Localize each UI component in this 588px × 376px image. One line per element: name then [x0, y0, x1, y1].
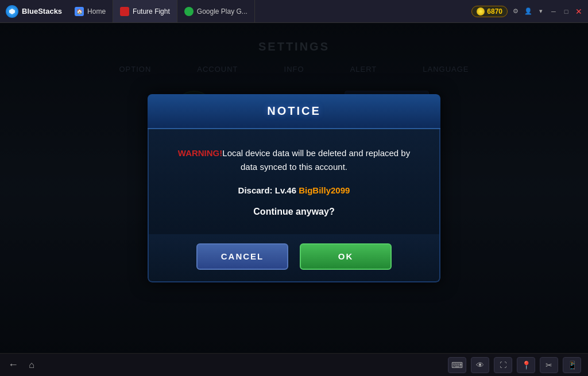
discard-prefix: Discard: Lv.46 — [238, 185, 299, 195]
warning-text: WARNING!Local device data will be delete… — [172, 146, 416, 174]
bluestacks-label: BlueStacks — [22, 7, 62, 15]
bluestacks-logo: BlueStacks — [0, 5, 68, 18]
maximize-button[interactable]: □ — [562, 7, 571, 16]
coins-badge: 6870 — [471, 6, 508, 17]
dialog-footer: CANCEL OK — [148, 234, 440, 282]
taskbar-right: ⌨ 👁 ⛶ 📍 ✂ 📱 — [448, 357, 581, 373]
dialog-body: WARNING!Local device data will be delete… — [148, 129, 440, 234]
tab-home[interactable]: 🏠 Home — [68, 0, 113, 22]
continue-text: Continue anyway? — [172, 207, 416, 217]
future-fight-tab-icon — [120, 7, 129, 16]
account-control[interactable]: 👤 — [524, 7, 533, 16]
warning-message: Local device data will be deleted and re… — [222, 148, 410, 172]
location-icon-button[interactable]: 📍 — [517, 357, 535, 373]
coins-value: 6870 — [487, 7, 502, 15]
dialog-overlay: NOTICE WARNING!Local device data will be… — [0, 23, 588, 353]
tab-future-fight[interactable]: Future Fight — [113, 0, 177, 22]
cancel-button[interactable]: CANCEL — [196, 243, 288, 270]
tab-future-fight-label: Future Fight — [133, 7, 170, 15]
phone-icon: 📱 — [567, 361, 577, 370]
tab-home-label: Home — [87, 7, 106, 15]
titlebar: BlueStacks 🏠 Home Future Fight Google Pl… — [0, 0, 588, 23]
fullscreen-icon-button[interactable]: ⛶ — [494, 357, 512, 373]
eye-icon: 👁 — [476, 361, 484, 370]
settings-control[interactable]: ⚙ — [511, 7, 520, 16]
fullscreen-icon: ⛶ — [500, 361, 506, 369]
back-arrow-icon: ← — [8, 359, 18, 371]
keyboard-icon: ⌨ — [451, 361, 463, 370]
tabs-area: 🏠 Home Future Fight Google Play G... — [68, 0, 467, 22]
scissors-icon: ✂ — [546, 361, 552, 370]
warning-label: WARNING! — [178, 148, 223, 158]
taskbar: ← ⌂ ⌨ 👁 ⛶ 📍 ✂ 📱 — [0, 353, 588, 376]
location-icon: 📍 — [521, 361, 531, 370]
coin-icon — [477, 7, 485, 15]
eye-icon-button[interactable]: 👁 — [471, 357, 489, 373]
home-tab-icon: 🏠 — [75, 7, 84, 16]
ok-button[interactable]: OK — [300, 243, 392, 270]
tab-google-play[interactable]: Google Play G... — [177, 0, 255, 22]
keyboard-icon-button[interactable]: ⌨ — [448, 357, 466, 373]
tab-google-play-label: Google Play G... — [197, 7, 247, 15]
bluestacks-icon — [6, 5, 18, 18]
notice-dialog: NOTICE WARNING!Local device data will be… — [148, 94, 440, 282]
home-shape-icon: ⌂ — [29, 360, 34, 370]
minimize-button[interactable]: ─ — [549, 7, 558, 16]
phone-icon-button[interactable]: 📱 — [563, 357, 581, 373]
menu-control[interactable]: ▾ — [536, 7, 546, 16]
scissors-icon-button[interactable]: ✂ — [540, 357, 558, 373]
close-button[interactable]: ✕ — [574, 7, 583, 16]
game-area: SETTINGS OPTION ACCOUNT INFO ALERT LANGU… — [0, 23, 588, 353]
discard-name: BigBilly2099 — [299, 185, 350, 195]
home-button[interactable]: ⌂ — [25, 359, 38, 371]
svg-marker-0 — [9, 9, 15, 14]
dialog-title: NOTICE — [267, 104, 321, 117]
titlebar-right: 6870 ⚙ 👤 ▾ ─ □ ✕ — [467, 6, 588, 17]
dialog-header: NOTICE — [148, 94, 440, 129]
back-button[interactable]: ← — [7, 359, 20, 371]
taskbar-left: ← ⌂ — [7, 359, 38, 371]
google-play-tab-icon — [184, 7, 194, 16]
discard-line: Discard: Lv.46 BigBilly2099 — [172, 185, 416, 195]
